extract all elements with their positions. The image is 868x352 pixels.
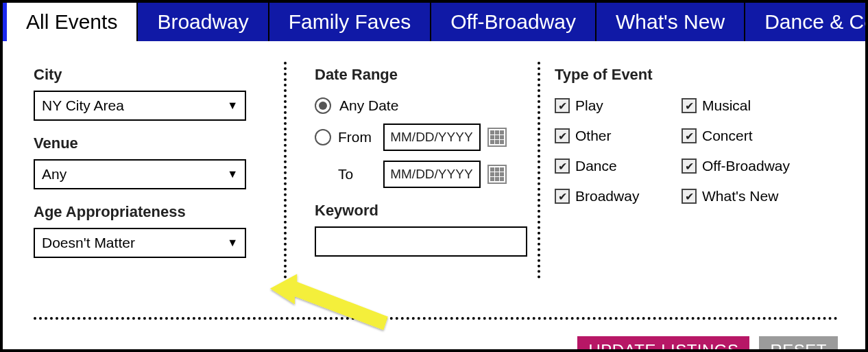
divider-vertical <box>284 62 287 279</box>
checkbox-musical[interactable]: ✔ <box>682 98 697 113</box>
filter-panel: City NY City Area ▼ Venue Any ▼ Age Appr… <box>3 41 865 291</box>
calendar-icon[interactable] <box>487 165 507 184</box>
reset-button[interactable]: RESET <box>759 336 838 352</box>
tab-all-events[interactable]: All Events <box>3 3 138 41</box>
age-select[interactable]: Doesn't Matter ▼ <box>34 228 246 258</box>
age-label: Age Appropriateness <box>34 203 260 221</box>
from-date-input[interactable]: MM/DD/YYYY <box>383 124 481 151</box>
checkbox-off-broadway[interactable]: ✔ <box>682 159 697 174</box>
keyword-input[interactable] <box>315 226 527 257</box>
divider-horizontal <box>34 317 838 320</box>
venue-label: Venue <box>34 134 260 152</box>
update-listings-button[interactable]: UPDATE LISTINGS <box>577 336 749 352</box>
checkbox-broadway-label: Broadway <box>575 188 639 204</box>
to-date-input[interactable]: MM/DD/YYYY <box>383 161 481 188</box>
to-label: To <box>338 166 376 183</box>
checkbox-other[interactable]: ✔ <box>555 128 570 143</box>
search-frame: All Events Broadway Family Faves Off-Bro… <box>0 0 868 352</box>
city-value: NY City Area <box>42 97 124 114</box>
city-label: City <box>34 66 260 84</box>
checkbox-dance[interactable]: ✔ <box>555 159 570 174</box>
checkbox-play[interactable]: ✔ <box>555 98 570 113</box>
checkbox-play-label: Play <box>575 97 603 114</box>
keyword-label: Keyword <box>315 202 507 220</box>
venue-select[interactable]: Any ▼ <box>34 159 246 189</box>
checkbox-musical-label: Musical <box>702 97 751 114</box>
checkbox-other-label: Other <box>575 128 612 144</box>
from-label: From <box>338 129 376 145</box>
checkbox-off-broadway-label: Off-Broadway <box>702 158 790 174</box>
tab-whats-new[interactable]: What's New <box>596 3 745 41</box>
date-range-label: Date Range <box>315 66 507 84</box>
city-select[interactable]: NY City Area ▼ <box>34 91 246 121</box>
calendar-icon[interactable] <box>487 128 507 147</box>
tab-off-broadway[interactable]: Off-Broadway <box>431 3 596 41</box>
radio-any-date-label: Any Date <box>339 97 398 114</box>
checkbox-dance-label: Dance <box>575 158 617 174</box>
tab-bar: All Events Broadway Family Faves Off-Bro… <box>3 3 865 41</box>
radio-from-date[interactable] <box>315 129 331 145</box>
checkbox-whats-new[interactable]: ✔ <box>682 189 697 204</box>
tab-dance-concerts[interactable]: Dance & Concerts <box>745 3 868 41</box>
radio-any-date[interactable] <box>315 97 331 114</box>
chevron-down-icon: ▼ <box>227 99 238 112</box>
tab-family-faves[interactable]: Family Faves <box>269 3 431 41</box>
type-of-event-label: Type of Event <box>555 66 858 84</box>
chevron-down-icon: ▼ <box>227 168 238 180</box>
checkbox-whats-new-label: What's New <box>702 188 778 204</box>
venue-value: Any <box>42 166 67 183</box>
checkbox-broadway[interactable]: ✔ <box>555 189 570 204</box>
checkbox-concert[interactable]: ✔ <box>682 128 697 143</box>
tab-broadway[interactable]: Broadway <box>138 3 269 41</box>
divider-vertical <box>538 62 540 279</box>
checkbox-concert-label: Concert <box>702 128 753 144</box>
age-value: Doesn't Matter <box>42 235 135 251</box>
chevron-down-icon: ▼ <box>227 237 238 249</box>
